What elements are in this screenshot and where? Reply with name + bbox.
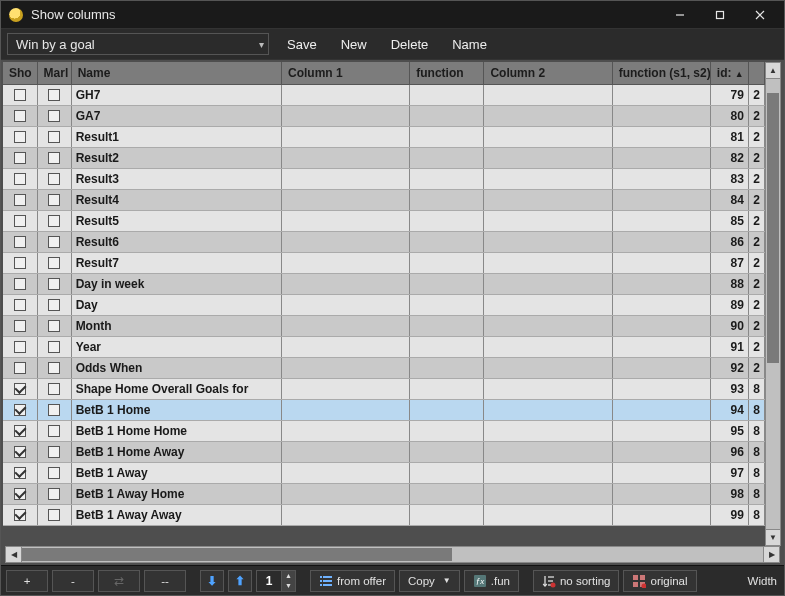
cell-id[interactable]: 86	[710, 231, 748, 252]
mark-checkbox[interactable]	[48, 131, 60, 143]
cell-name[interactable]: Year	[71, 336, 281, 357]
show-checkbox[interactable]	[14, 299, 26, 311]
cell-extra[interactable]: 2	[748, 231, 764, 252]
cell-name[interactable]: Odds When	[71, 357, 281, 378]
table-row[interactable]: BetB 1 Home948	[3, 399, 765, 420]
mark-checkbox[interactable]	[48, 89, 60, 101]
table-row[interactable]: BetB 1 Away Home988	[3, 483, 765, 504]
cell-extra[interactable]: 8	[748, 441, 764, 462]
table-row[interactable]: Month902	[3, 315, 765, 336]
cell-empty[interactable]	[282, 483, 410, 504]
preset-select[interactable]: Win by a goal ▾	[7, 33, 269, 55]
cell-empty[interactable]	[484, 420, 612, 441]
table-row[interactable]: BetB 1 Away978	[3, 462, 765, 483]
scroll-left-button[interactable]: ◀	[6, 547, 22, 562]
cell-empty[interactable]	[484, 483, 612, 504]
cell-empty[interactable]	[282, 336, 410, 357]
cell-empty[interactable]	[612, 399, 710, 420]
vertical-scrollbar[interactable]: ▲ ▼	[765, 62, 781, 546]
mark-checkbox[interactable]	[48, 278, 60, 290]
swap-button[interactable]: ⇄	[98, 570, 140, 592]
cell-empty[interactable]	[484, 336, 612, 357]
cell-id[interactable]: 98	[710, 483, 748, 504]
cell-empty[interactable]	[282, 105, 410, 126]
show-checkbox[interactable]	[14, 152, 26, 164]
mark-checkbox[interactable]	[48, 362, 60, 374]
show-checkbox[interactable]	[14, 131, 26, 143]
cell-name[interactable]: Result2	[71, 147, 281, 168]
table-row[interactable]: Result6862	[3, 231, 765, 252]
cell-empty[interactable]	[410, 273, 484, 294]
delete-action[interactable]: Delete	[391, 37, 429, 52]
column-header-ids[interactable]: id: ▲	[710, 62, 748, 84]
hscroll-track[interactable]	[22, 547, 763, 562]
remove-button[interactable]: -	[52, 570, 94, 592]
no-sorting-button[interactable]: no sorting	[533, 570, 620, 592]
show-checkbox[interactable]	[14, 110, 26, 122]
cell-empty[interactable]	[612, 252, 710, 273]
table-row[interactable]: Result1812	[3, 126, 765, 147]
cell-empty[interactable]	[282, 441, 410, 462]
show-checkbox[interactable]	[14, 467, 26, 479]
cell-empty[interactable]	[410, 84, 484, 105]
cell-extra[interactable]: 8	[748, 420, 764, 441]
cell-empty[interactable]	[612, 84, 710, 105]
show-checkbox[interactable]	[14, 257, 26, 269]
new-action[interactable]: New	[341, 37, 367, 52]
cell-empty[interactable]	[410, 126, 484, 147]
show-checkbox[interactable]	[14, 278, 26, 290]
scroll-down-button[interactable]: ▼	[766, 529, 780, 545]
mark-checkbox[interactable]	[48, 404, 60, 416]
mark-checkbox[interactable]	[48, 320, 60, 332]
mark-checkbox[interactable]	[48, 152, 60, 164]
cell-empty[interactable]	[410, 399, 484, 420]
move-down-button[interactable]: ⬇	[200, 570, 224, 592]
scroll-right-button[interactable]: ▶	[763, 547, 779, 562]
cell-name[interactable]: GH7	[71, 84, 281, 105]
table-row[interactable]: Result3832	[3, 168, 765, 189]
cell-empty[interactable]	[282, 399, 410, 420]
cell-empty[interactable]	[282, 147, 410, 168]
cell-name[interactable]: BetB 1 Away	[71, 462, 281, 483]
cell-extra[interactable]: 2	[748, 336, 764, 357]
cell-empty[interactable]	[410, 357, 484, 378]
cell-empty[interactable]	[612, 168, 710, 189]
cell-name[interactable]: BetB 1 Home Home	[71, 420, 281, 441]
cell-id[interactable]: 79	[710, 84, 748, 105]
cell-empty[interactable]	[410, 483, 484, 504]
cell-empty[interactable]	[282, 378, 410, 399]
cell-extra[interactable]: 8	[748, 483, 764, 504]
cell-name[interactable]: Result1	[71, 126, 281, 147]
cell-empty[interactable]	[484, 210, 612, 231]
cell-empty[interactable]	[612, 189, 710, 210]
table-row[interactable]: Result4842	[3, 189, 765, 210]
mark-checkbox[interactable]	[48, 110, 60, 122]
cell-empty[interactable]	[410, 441, 484, 462]
cell-id[interactable]: 94	[710, 399, 748, 420]
table-row[interactable]: GA7802	[3, 105, 765, 126]
cell-extra[interactable]: 2	[748, 105, 764, 126]
show-checkbox[interactable]	[14, 320, 26, 332]
cell-empty[interactable]	[484, 105, 612, 126]
cell-name[interactable]: BetB 1 Home	[71, 399, 281, 420]
cell-name[interactable]: Result6	[71, 231, 281, 252]
cell-extra[interactable]: 2	[748, 252, 764, 273]
cell-extra[interactable]: 2	[748, 357, 764, 378]
cell-empty[interactable]	[484, 315, 612, 336]
cell-id[interactable]: 88	[710, 273, 748, 294]
cell-empty[interactable]	[484, 84, 612, 105]
cell-empty[interactable]	[612, 210, 710, 231]
table-row[interactable]: Result2822	[3, 147, 765, 168]
original-button[interactable]: original	[623, 570, 696, 592]
cell-extra[interactable]: 2	[748, 210, 764, 231]
cell-name[interactable]: BetB 1 Away Away	[71, 504, 281, 525]
hscroll-thumb[interactable]	[22, 548, 452, 561]
cell-id[interactable]: 93	[710, 378, 748, 399]
cell-name[interactable]: BetB 1 Home Away	[71, 441, 281, 462]
table-row[interactable]: Result5852	[3, 210, 765, 231]
cell-extra[interactable]: 8	[748, 399, 764, 420]
column-header-extra[interactable]	[748, 62, 764, 84]
cell-empty[interactable]	[612, 336, 710, 357]
show-checkbox[interactable]	[14, 215, 26, 227]
cell-empty[interactable]	[410, 294, 484, 315]
